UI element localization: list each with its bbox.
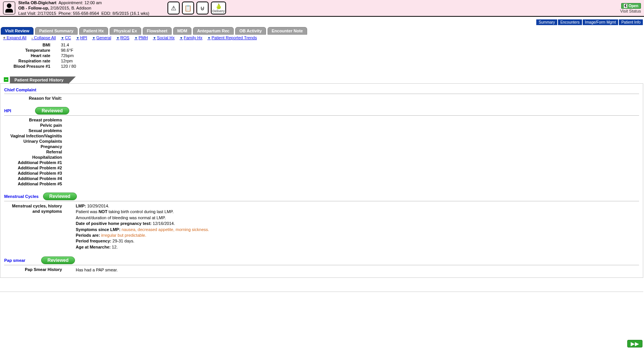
subnav: Expand All Collapse All CC HPI General R… xyxy=(0,35,644,41)
link-trends[interactable]: Patient Reported Trends xyxy=(207,35,257,40)
expand-all[interactable]: Expand All xyxy=(3,35,26,40)
vital-value: 72bpm xyxy=(61,53,74,58)
edd-label: EDD: xyxy=(101,11,111,16)
chief-complaint-title[interactable]: Chief Complaint xyxy=(4,88,36,93)
link-ros[interactable]: ROS xyxy=(116,35,129,40)
hpi-item-label: Additional Problem #2 xyxy=(4,166,65,170)
phone: 555-658-8564 xyxy=(73,11,99,16)
hpi-item-label: Pregnancy xyxy=(4,144,65,149)
header-bar: Stella OB-Digichart Appointment: 12:00 a… xyxy=(0,0,644,17)
menstrual-title[interactable]: Menstrual Cycles xyxy=(4,194,38,199)
last-visit: 2/17/2015 xyxy=(38,11,56,16)
hpi-item-row: Urinary Complaints xyxy=(4,139,639,144)
tab-visit-review[interactable]: Visit Review xyxy=(1,27,33,35)
reason-for-visit-label: Reason for Visit: xyxy=(4,96,65,100)
pap-history-value: Has had a PAP smear. xyxy=(65,267,639,273)
clipboard-icon[interactable]: 📋 xyxy=(182,2,194,14)
tab-ob-activity[interactable]: OB Activity xyxy=(235,27,266,35)
tab-patient-summary[interactable]: Patient Summary xyxy=(35,27,78,35)
phone-label: Phone: xyxy=(59,11,72,16)
vital-value: 31.4 xyxy=(61,43,69,47)
alert-icon[interactable]: ⚠ xyxy=(167,2,180,14)
patient-name: Stella OB-Digichart xyxy=(18,0,56,5)
tab-antepartum[interactable]: Antepartum Rec xyxy=(193,27,234,35)
hpi-item-row: Pregnancy xyxy=(4,144,639,149)
hpi-item-row: Additional Problem #2 xyxy=(4,165,639,171)
vital-row: Temperature98.6°F xyxy=(4,48,639,53)
hpi-item-row: Additional Problem #4 xyxy=(4,176,639,181)
right-tabs: Summary Encounters Image/Form Mgmt Patie… xyxy=(0,19,644,25)
prh-body: Chief Complaint Reason for Visit: HPI Re… xyxy=(0,83,643,278)
link-familyhx[interactable]: Family Hx xyxy=(180,35,202,40)
reason-for-visit-value xyxy=(65,96,639,100)
visit-type: OB - Follow-up, xyxy=(18,6,49,10)
collapse-all[interactable]: Collapse All xyxy=(32,35,56,40)
menstrual-label: Menstrual cycles, history and symptoms xyxy=(4,203,65,250)
link-general[interactable]: General xyxy=(92,35,111,40)
vital-value: 98.6°F xyxy=(61,48,73,53)
hpi-item-label: Sexual problems xyxy=(4,128,65,133)
magnet-icon[interactable]: ⊍ xyxy=(196,2,209,14)
vitals-block: BMI31.4Temperature98.6°FHeart rate72bpmR… xyxy=(4,42,639,69)
vital-row: Respiration rate12rpm xyxy=(4,58,639,64)
appt-label: Appointment: xyxy=(59,0,83,5)
hpi-item-label: Referral xyxy=(4,150,65,154)
content-scroll[interactable]: BMI31.4Temperature98.6°FHeart rate72bpmR… xyxy=(0,41,643,292)
hpi-item-row: Hospitalization xyxy=(4,155,639,160)
hpi-item-label: Breast problems xyxy=(4,118,65,122)
hpi-item-row: Additional Problem #3 xyxy=(4,171,639,176)
tab-flowsheet[interactable]: Flowsheet xyxy=(143,27,172,35)
tab-image-form[interactable]: Image/Form Mgmt xyxy=(582,19,619,25)
hpi-list: Breast problemsPelvic painSexual problem… xyxy=(4,117,639,186)
hpi-item-label: Pelvic pain xyxy=(4,123,65,127)
vital-label: Temperature xyxy=(4,48,61,53)
hpi-item-label: Urinary Complaints xyxy=(4,139,65,143)
content: BMI31.4Temperature98.6°FHeart rate72bpmR… xyxy=(0,41,643,292)
tab-patient-hx[interactable]: Patient Hx xyxy=(79,27,108,35)
edd: 8/5/2015 (16.1 wks) xyxy=(113,11,150,16)
main-tabs: Visit Review Patient Summary Patient Hx … xyxy=(0,26,644,35)
hpi-item-label: Additional Problem #1 xyxy=(4,160,65,165)
tab-physical-ex[interactable]: Physical Ex xyxy=(110,27,141,35)
patient-info-block: Stella OB-Digichart Appointment: 12:00 a… xyxy=(18,0,149,16)
header-toolbar: ⚠ 📋 ⊍ 🍐Delivery xyxy=(167,2,226,14)
delivery-icon[interactable]: 🍐Delivery xyxy=(211,2,226,14)
tab-patient-info[interactable]: Patient Info xyxy=(618,19,643,25)
vital-label: Heart rate xyxy=(4,53,61,58)
pap-history-label: Pap Smear History xyxy=(4,267,65,273)
hpi-item-row: Vaginal Infection/Vaginitis xyxy=(4,133,639,139)
tab-summary[interactable]: Summary xyxy=(536,19,558,25)
reviewed-menstrual-button[interactable]: Reviewed xyxy=(43,193,77,200)
hpi-item-row: Additional Problem #5 xyxy=(4,181,639,186)
last-visit-label: Last Visit: xyxy=(18,11,37,16)
visit-date: 2/18/2015, xyxy=(50,6,70,10)
pap-title[interactable]: Pap smear xyxy=(4,258,26,263)
tab-mdm[interactable]: MDM xyxy=(173,27,191,35)
avatar xyxy=(3,2,15,14)
vital-row: BMI31.4 xyxy=(4,42,639,48)
open-badge[interactable]: Open xyxy=(621,3,641,9)
hpi-item-label: Additional Problem #3 xyxy=(4,171,65,175)
link-hpi[interactable]: HPI xyxy=(76,35,87,40)
hpi-item-row: Sexual problems xyxy=(4,128,639,133)
tab-encounter-note[interactable]: Encounter Note xyxy=(268,27,307,35)
provider: B. Addison xyxy=(71,6,91,10)
hpi-item-row: Additional Problem #1 xyxy=(4,160,639,165)
reviewed-pap-button[interactable]: Reviewed xyxy=(41,257,75,264)
hpi-item-label: Hospitalization xyxy=(4,155,65,159)
hpi-item-row: Pelvic pain xyxy=(4,123,639,128)
section-patient-reported-history[interactable]: Patient Reported History xyxy=(10,76,68,83)
vital-row: Heart rate72bpm xyxy=(4,53,639,58)
tab-encounters[interactable]: Encounters xyxy=(558,19,582,25)
hpi-item-label: Additional Problem #4 xyxy=(4,176,65,181)
hpi-item-label: Vaginal Infection/Vaginitis xyxy=(4,134,65,138)
link-pmh[interactable]: PMH xyxy=(134,35,148,40)
link-cc[interactable]: CC xyxy=(61,35,71,40)
reviewed-hpi-button[interactable]: Reviewed xyxy=(35,107,69,115)
appt-time: 12:00 am xyxy=(84,0,102,5)
link-socialhx[interactable]: Social Hx xyxy=(153,35,174,40)
hpi-item-label: Additional Problem #5 xyxy=(4,182,65,186)
header-right: Open Visit Status xyxy=(620,3,641,13)
vital-row: Blood Pressure #1120 / 80 xyxy=(4,64,639,69)
hpi-title[interactable]: HPI xyxy=(4,108,11,114)
